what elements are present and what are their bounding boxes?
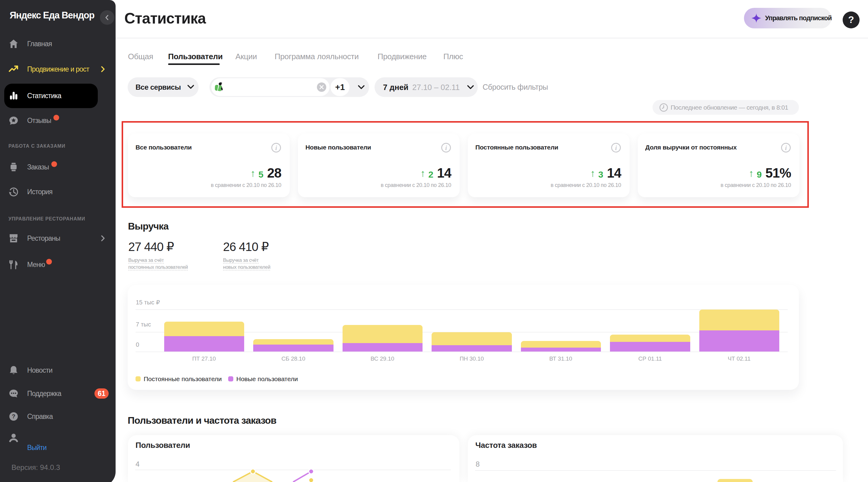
svg-text:?: ? — [12, 413, 16, 420]
